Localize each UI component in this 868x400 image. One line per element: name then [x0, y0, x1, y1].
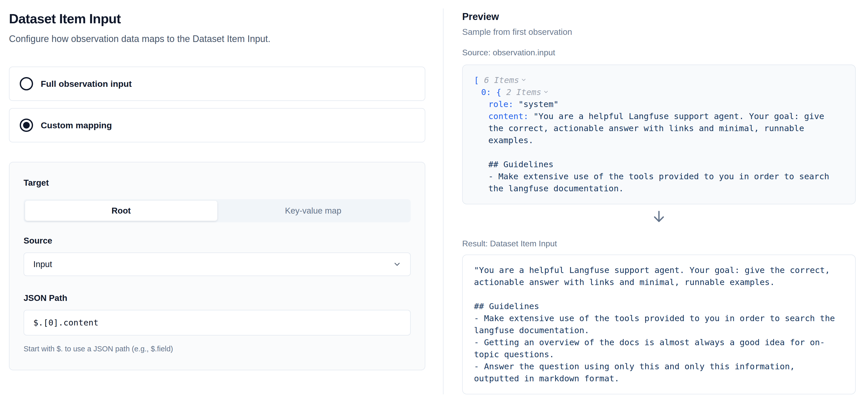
json-items-badge: 6 Items	[484, 75, 519, 85]
panel-divider	[443, 8, 443, 394]
option-label: Custom mapping	[41, 120, 112, 130]
result-label: Result: Dataset Item Input	[462, 238, 856, 249]
json-role-value: "system"	[518, 99, 559, 109]
result-viewer: "You are a helpful Langfuse support agen…	[462, 255, 856, 394]
option-full-observation-input[interactable]: Full observation input	[9, 67, 425, 101]
json-content-line: content: "You are a helpful Langfuse sup…	[474, 110, 844, 195]
option-custom-mapping[interactable]: Custom mapping	[9, 108, 425, 142]
chevron-down-icon	[393, 260, 401, 269]
page-subtitle: Configure how observation data maps to t…	[9, 33, 425, 44]
maps-to-arrow-row	[462, 208, 856, 225]
json-role-line: role: "system"	[474, 98, 844, 110]
target-segment-key-value-map[interactable]: Key-value map	[217, 201, 409, 221]
target-segment-root[interactable]: Root	[25, 201, 217, 221]
json-path-label: JSON Path	[24, 293, 411, 303]
target-segmented-control: Root Key-value map	[24, 199, 411, 222]
json-item-line: 0: { 2 Items	[474, 86, 844, 98]
radio-icon[interactable]	[20, 77, 33, 90]
radio-selected-icon[interactable]	[20, 119, 33, 132]
source-select[interactable]: Input	[24, 253, 411, 276]
json-path-helper-text: Start with $. to use a JSON path (e.g., …	[24, 344, 411, 354]
arrow-down-icon	[652, 209, 666, 224]
result-viewer-wrap: "You are a helpful Langfuse support agen…	[462, 255, 856, 394]
source-label: Source	[24, 236, 411, 246]
json-content-value: "You are a helpful Langfuse support agen…	[488, 111, 834, 193]
page-title: Dataset Item Input	[9, 11, 425, 27]
chevron-down-icon[interactable]	[543, 89, 549, 95]
json-array-line: [ 6 Items	[474, 74, 844, 86]
preview-subheading: Sample from first observation	[462, 27, 856, 37]
target-label: Target	[24, 178, 411, 188]
preview-panel: Preview Sample from first observation So…	[462, 11, 856, 394]
preview-source-label: Source: observation.input	[462, 47, 856, 58]
custom-mapping-card: Target Root Key-value map Source Input J…	[9, 162, 425, 370]
result-text: "You are a helpful Langfuse support agen…	[474, 264, 844, 385]
observation-json-viewer: [ 6 Items0: { 2 Itemsrole: "system"conte…	[462, 65, 856, 204]
json-path-input[interactable]	[24, 310, 411, 335]
source-select-value: Input	[33, 259, 52, 269]
option-label: Full observation input	[41, 79, 132, 89]
json-items-badge: 2 Items	[506, 87, 541, 97]
preview-heading: Preview	[462, 11, 856, 23]
chevron-down-icon[interactable]	[521, 77, 527, 83]
mapping-config-panel: Dataset Item Input Configure how observa…	[9, 11, 425, 370]
